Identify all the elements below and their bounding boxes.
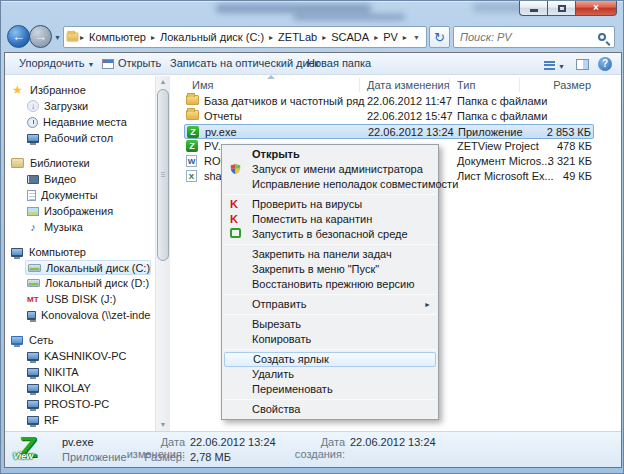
minimize-button[interactable] (519, 1, 547, 16)
menu-item-create-shortcut[interactable]: Создать ярлык (224, 352, 436, 367)
folder-icon (186, 95, 199, 105)
sidebar-item-desktop[interactable]: Рабочий стол (25, 130, 151, 146)
close-button[interactable]: × (575, 1, 617, 16)
sidebar-item-usb-disk[interactable]: MTUSB DISK (J:) (25, 291, 151, 307)
usb-drive-icon: MT (27, 295, 41, 304)
search-icon[interactable] (598, 33, 606, 41)
sidebar-item-network-drive[interactable]: Konovalova (\\zet-index\all_us (25, 307, 151, 323)
sidebar-item-nikolay[interactable]: NIKOLAY (25, 380, 151, 396)
network-icon (11, 336, 23, 345)
sidebar-item-video[interactable]: Видео (25, 171, 151, 187)
menu-item-quarantine[interactable]: KПоместить на карантин (222, 212, 438, 227)
address-dropdown-icon[interactable]: ▼ (409, 34, 424, 41)
sidebar-item-downloads[interactable]: ↓Загрузки (25, 98, 151, 114)
sidebar-item-favorites[interactable]: ★Избранное (5, 82, 155, 98)
column-divider[interactable] (519, 78, 520, 92)
help-button[interactable]: ? (598, 57, 612, 71)
sidebar-item-documents[interactable]: Документы (25, 187, 151, 203)
sidebar-item-prosto-pc[interactable]: PROSTO-PC (25, 396, 151, 412)
new-folder-button[interactable]: Новая папка (307, 57, 371, 69)
sidebar-item-music[interactable]: ♪Музыка (25, 219, 151, 235)
sidebar-item-network[interactable]: Сеть (5, 332, 155, 348)
menu-item-safe-run[interactable]: Запустить в безопасной среде (222, 227, 438, 242)
refresh-button[interactable]: ↻ (429, 26, 450, 48)
scrollbar-thumb[interactable] (157, 89, 169, 261)
computer-icon (11, 248, 23, 257)
breadcrumb-local-disk-c[interactable]: Локальный диск (C:) (156, 31, 268, 43)
menu-item-run-as-admin[interactable]: Запуск от имени администратора (222, 162, 438, 177)
hard-drive-icon (27, 279, 40, 287)
scrollbar-grip (161, 172, 165, 177)
column-divider[interactable] (359, 78, 360, 92)
menu-item-rename[interactable]: Переименовать (222, 382, 438, 397)
list-view-icon (544, 61, 555, 70)
menu-item-copy[interactable]: Копировать (222, 332, 438, 347)
sidebar-item-nikita[interactable]: NIKITA (25, 364, 151, 380)
menu-item-properties[interactable]: Свойства (222, 402, 438, 417)
sidebar-scrollbar[interactable]: ▲ ▼ (155, 76, 170, 431)
menu-separator (224, 314, 436, 315)
menu-item-compatibility[interactable]: Исправление неполадок совместимости (222, 177, 438, 192)
maximize-button[interactable] (547, 1, 575, 16)
pc-icon (27, 384, 39, 393)
sidebar-item-kashnikov-pc[interactable]: KASHNIKOV-PC (25, 348, 151, 364)
menu-item-delete[interactable]: Удалить (222, 367, 438, 382)
scroll-up-icon[interactable]: ▲ (156, 76, 170, 88)
menu-item-scan-virus[interactable]: KПроверить на вирусы (222, 197, 438, 212)
file-row-folder-baza[interactable]: База датчиков и частотный ряд 22.06.2012… (184, 94, 594, 109)
details-size-value: 2,78 МБ (190, 451, 231, 463)
help-icon: ? (598, 57, 612, 71)
column-divider[interactable] (449, 78, 450, 92)
column-headers: Имя Дата изменения Тип Размер (170, 76, 621, 94)
sidebar-item-local-disk-c[interactable]: Локальный диск (C:) (25, 260, 151, 275)
address-bar[interactable]: ▸ Компьютер ▸ Локальный диск (C:) ▸ ZETL… (63, 26, 427, 48)
scroll-down-icon[interactable]: ▼ (156, 419, 170, 431)
preview-pane-button[interactable] (576, 58, 589, 70)
navigation-bar: ← → ▼ ▸ Компьютер ▸ Локальный диск (C:) … (1, 24, 623, 51)
sidebar-item-recent-places[interactable]: Недавние места (25, 114, 151, 130)
preview-pane-icon (576, 59, 589, 70)
search-input[interactable] (454, 31, 598, 43)
menu-item-open[interactable]: Открыть (222, 147, 438, 162)
burn-disc-button[interactable]: Записать на оптический диск (170, 57, 319, 69)
menu-separator (224, 399, 436, 400)
change-view-button[interactable]: ▼ (544, 59, 565, 71)
breadcrumb-computer[interactable]: Компьютер (85, 31, 150, 43)
sidebar-item-rf[interactable]: RF (25, 412, 151, 428)
sidebar-item-libraries[interactable]: Библиотеки (5, 155, 155, 171)
organize-button[interactable]: Упорядочить▼ (19, 57, 94, 69)
column-header-type[interactable]: Тип (457, 79, 475, 91)
kaspersky-icon: K (230, 213, 238, 225)
column-header-date[interactable]: Дата изменения (367, 79, 450, 91)
breadcrumb-scada[interactable]: SCADA (327, 31, 373, 43)
sidebar-item-computer[interactable]: Компьютер (5, 244, 155, 260)
menu-separator (224, 349, 436, 350)
column-header-name[interactable]: Имя (192, 79, 213, 91)
breadcrumb-zetlab[interactable]: ZETLab (274, 31, 321, 43)
menu-item-restore-version[interactable]: Восстановить прежнюю версию (222, 277, 438, 292)
sidebar-item-pictures[interactable]: Изображения (25, 203, 151, 219)
submenu-arrow-icon: ► (424, 297, 431, 312)
hard-drive-icon (28, 264, 41, 272)
column-header-size[interactable]: Размер (525, 79, 591, 91)
zetview-file-icon: Z (186, 140, 198, 152)
maximize-icon (558, 5, 566, 12)
file-row-folder-otchety[interactable]: Отчеты 22.06.2012 15:47 Папка с файлами (184, 109, 594, 124)
glass-reflection (216, 4, 371, 13)
details-size-label: Размер: (105, 451, 185, 463)
back-button[interactable]: ← (7, 25, 30, 48)
menu-item-pin-start[interactable]: Закрепить в меню "Пуск" (222, 262, 438, 277)
open-button[interactable]: Открыть (102, 57, 161, 69)
file-row-pv-exe[interactable]: Z pv.exe 22.06.2012 13:24 Приложение 2 8… (184, 124, 594, 139)
menu-separator (224, 194, 436, 195)
menu-item-pin-taskbar[interactable]: Закрепить на панели задач (222, 247, 438, 262)
forward-button[interactable]: → (29, 25, 52, 48)
menu-item-send-to[interactable]: Отправить► (222, 297, 438, 312)
close-icon: × (593, 3, 599, 13)
zetview-app-icon: Z (187, 126, 199, 138)
sidebar-item-local-disk-d[interactable]: Локальный диск (D:) (25, 275, 151, 291)
breadcrumb-pv[interactable]: PV (379, 31, 402, 43)
history-dropdown-icon[interactable]: ▼ (54, 34, 61, 41)
word-document-icon: W (186, 155, 197, 167)
menu-item-cut[interactable]: Вырезать (222, 317, 438, 332)
